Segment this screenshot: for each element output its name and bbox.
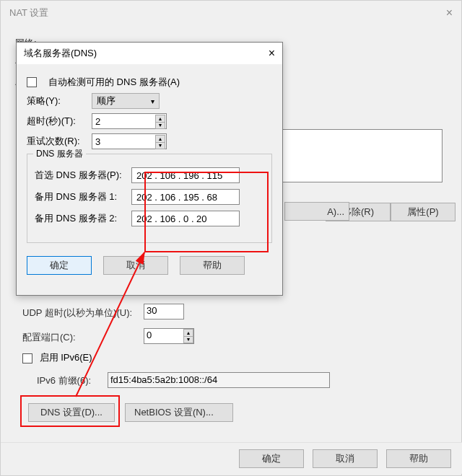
dns-settings-button[interactable]: DNS 设置(D)... xyxy=(28,403,115,422)
spinner-up-icon[interactable]: ▲ xyxy=(156,115,165,123)
main-ok-button[interactable]: 确定 xyxy=(239,449,304,468)
spinner-down-icon[interactable]: ▼ xyxy=(184,337,193,343)
backup2-dns-input[interactable]: 202 . 106 . 0 . 20 xyxy=(131,211,240,226)
retry-value: 3 xyxy=(95,136,100,147)
udp-timeout-value: 30 xyxy=(147,305,157,316)
retry-spinner[interactable]: ▲ ▼ xyxy=(155,135,165,149)
timeout-label: 超时(秒)(T): xyxy=(27,115,84,128)
ipv6-prefix-label: IPv6 前缀(6): xyxy=(37,374,91,387)
main-cancel-button[interactable]: 取消 xyxy=(313,449,378,468)
backup1-dns-input[interactable]: 202 . 106 . 195 . 68 xyxy=(131,189,240,205)
bottom-button-bar: 确定 取消 帮助 xyxy=(1,442,462,474)
ipv6-enable-row[interactable]: 启用 IPv6(E) xyxy=(22,351,92,364)
timeout-input[interactable]: 2 ▲ ▼ xyxy=(92,113,167,129)
primary-dns-input[interactable]: 202 . 106 . 196 . 115 xyxy=(131,167,240,183)
timeout-value: 2 xyxy=(95,116,100,127)
backup1-dns-label: 备用 DNS 服务器 1: xyxy=(35,190,131,203)
dns-dialog-titlebar: 域名服务器(DNS) × xyxy=(17,43,282,64)
main-title: NAT 设置 xyxy=(9,6,446,19)
udp-timeout-label: UDP 超时(以秒为单位)(U): xyxy=(22,307,132,319)
spinner-up-icon[interactable]: ▲ xyxy=(184,330,193,337)
auto-detect-label: 自动检测可用的 DNS 服务器(A) xyxy=(48,76,180,89)
policy-value: 顺序 xyxy=(97,94,116,107)
ipv6-checkbox-label: 启用 IPv6(E) xyxy=(40,352,92,363)
main-titlebar: NAT 设置 × xyxy=(1,1,461,25)
main-help-button[interactable]: 帮助 xyxy=(386,449,451,468)
netbios-settings-button[interactable]: NetBIOS 设置(N)... xyxy=(125,403,233,422)
auto-detect-row[interactable]: 自动检测可用的 DNS 服务器(A) xyxy=(27,76,272,89)
spinner-down-icon[interactable]: ▼ xyxy=(156,143,165,149)
ipv6-checkbox[interactable] xyxy=(22,353,32,363)
dns-dialog: 域名服务器(DNS) × 自动检测可用的 DNS 服务器(A) 策略(Y): 顺… xyxy=(16,42,283,296)
ipv6-prefix-value: fd15:4ba5:5a2b:1008::/64 xyxy=(110,374,217,385)
spinner-up-icon[interactable]: ▲ xyxy=(156,136,165,143)
close-icon[interactable]: × xyxy=(446,6,453,19)
timeout-spinner[interactable]: ▲ ▼ xyxy=(155,115,165,129)
primary-dns-label: 首选 DNS 服务器(P): xyxy=(35,169,131,182)
config-port-spinner[interactable]: ▲ ▼ xyxy=(183,329,193,343)
dns-servers-fieldset: DNS 服务器 首选 DNS 服务器(P): 202 . 106 . 196 .… xyxy=(27,154,272,243)
auto-detect-checkbox[interactable] xyxy=(27,77,37,87)
spinner-down-icon[interactable]: ▼ xyxy=(156,123,165,129)
dns-cancel-button[interactable]: 取消 xyxy=(103,256,168,275)
policy-combo[interactable]: 顺序 ▾ xyxy=(92,93,160,109)
dns-dialog-title: 域名服务器(DNS) xyxy=(24,47,269,60)
dns-help-button[interactable]: 帮助 xyxy=(180,256,245,275)
add-button[interactable]: A)... xyxy=(284,202,349,221)
config-port-label: 配置端口(C): xyxy=(22,331,76,344)
retry-input[interactable]: 3 ▲ ▼ xyxy=(92,133,167,149)
backup2-dns-label: 备用 DNS 服务器 2: xyxy=(35,212,131,225)
chevron-down-icon: ▾ xyxy=(151,97,154,105)
policy-label: 策略(Y): xyxy=(27,94,84,107)
close-icon[interactable]: × xyxy=(269,47,275,60)
dns-ok-button[interactable]: 确定 xyxy=(27,256,92,275)
dns-servers-legend: DNS 服务器 xyxy=(33,148,86,160)
properties-button[interactable]: 属性(P) xyxy=(391,203,456,221)
retry-label: 重试次数(R): xyxy=(27,135,84,148)
config-port-value: 0 xyxy=(147,330,152,340)
